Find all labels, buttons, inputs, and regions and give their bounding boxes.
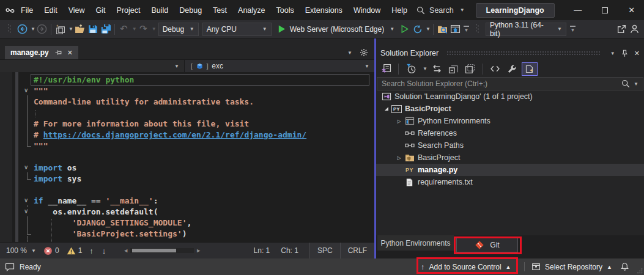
close-tab-icon[interactable]: ✕ xyxy=(67,49,73,57)
zoom-level[interactable]: 100 %▼ xyxy=(6,246,36,255)
solution-explorer-header[interactable]: Solution Explorer ▼ ✕ xyxy=(376,46,644,61)
window-position-chevron-icon[interactable]: ▼ xyxy=(610,51,615,56)
menu-file[interactable]: File xyxy=(15,3,39,18)
code-editor[interactable]: #!/usr/bin/env python"""∨Command-line ut… xyxy=(0,72,374,242)
menu-help[interactable]: Help xyxy=(386,3,413,18)
menu-test[interactable]: Test xyxy=(207,3,232,18)
code-line[interactable]: #!/usr/bin/env python xyxy=(34,75,134,86)
nav-type-dropdown[interactable]: ▼ xyxy=(0,60,185,72)
menu-git[interactable]: Git xyxy=(91,3,111,18)
collapse-region-icon[interactable]: ∨ xyxy=(24,197,31,204)
python-environment-combo[interactable]: Python 3.11 (64-bit)▼ xyxy=(486,23,566,36)
pending-changes-filter-button[interactable] xyxy=(404,62,418,76)
toolbar-overflow-button[interactable]: ▼ xyxy=(464,26,469,33)
gear-icon[interactable] xyxy=(360,48,368,57)
redo-button[interactable]: ↷ xyxy=(137,22,150,37)
collapse-arrow-icon[interactable] xyxy=(381,107,391,111)
code-line[interactable]: import os xyxy=(34,163,76,174)
chevron-down-icon[interactable]: ▼ xyxy=(152,26,157,32)
undo-button[interactable]: ↶ xyxy=(117,22,130,37)
tree-item-python-environments[interactable]: ▷Python Environments xyxy=(376,115,644,127)
code-line[interactable]: 'BasicProject.settings') xyxy=(34,229,187,240)
menu-debug[interactable]: Debug xyxy=(174,3,207,18)
scrollbar-thumb[interactable] xyxy=(132,249,176,252)
tree-item-references[interactable]: References xyxy=(376,127,644,139)
preview-selected-items-button[interactable] xyxy=(522,62,538,76)
next-issue-button[interactable]: ↓ xyxy=(102,246,106,255)
collapse-all-button[interactable] xyxy=(447,62,461,76)
code-line[interactable]: 'DJANGO_SETTINGS_MODULE', xyxy=(34,218,191,229)
tree-item-search-paths[interactable]: Search Paths xyxy=(376,139,644,152)
feedback-bubble-icon[interactable] xyxy=(5,262,15,272)
breakpoint-margin[interactable] xyxy=(0,72,12,242)
solution-explorer-search[interactable]: Search Solution Explorer (Ctrl+;) ▼ xyxy=(377,77,643,90)
tab-python-environments[interactable]: Python Environments xyxy=(377,235,454,251)
search-control[interactable]: Search ▼ xyxy=(413,4,468,16)
collapse-region-icon[interactable]: ∨ xyxy=(24,164,31,170)
chevron-down-icon[interactable]: ▼ xyxy=(68,26,73,32)
resize-grip[interactable] xyxy=(635,266,643,274)
properties-button[interactable] xyxy=(505,62,519,76)
tree-item-manage-py[interactable]: PYmanage.py xyxy=(376,164,644,176)
menu-window[interactable]: Window xyxy=(348,3,386,18)
save-all-button[interactable] xyxy=(99,22,112,37)
show-all-files-button[interactable] xyxy=(464,62,477,76)
close-panel-icon[interactable]: ✕ xyxy=(634,50,640,57)
tab-manage-py[interactable]: manage.py ✕ xyxy=(5,46,78,59)
find-in-files-button[interactable] xyxy=(436,22,449,37)
tree-item-basicproject[interactable]: PYBasicProject xyxy=(376,103,644,115)
code-line[interactable]: if __name__ == '__main__': xyxy=(34,196,158,207)
code-line[interactable]: try: xyxy=(34,240,72,242)
code-line[interactable]: # https://docs.djangoproject.com/en/2.1/… xyxy=(34,130,306,141)
configuration-combo[interactable]: Debug▼ xyxy=(158,23,199,36)
search-icon[interactable] xyxy=(621,79,630,88)
add-to-source-control-button[interactable]: ↑ Add to Source Control ▲ xyxy=(421,258,511,275)
navigate-forward-button[interactable] xyxy=(35,22,48,37)
toolbar-grip[interactable] xyxy=(471,22,484,37)
expand-arrow-icon[interactable]: ▷ xyxy=(394,155,404,161)
menu-build[interactable]: Build xyxy=(146,3,174,18)
new-project-button[interactable] xyxy=(54,22,67,37)
nav-member-dropdown[interactable]: [] exc ▼ xyxy=(185,60,374,72)
feedback-button[interactable] xyxy=(628,22,641,37)
code-line[interactable]: # For more information about this file, … xyxy=(34,119,249,130)
tree-item-solution-learningdjango-1-of-1-project-[interactable]: Solution 'LearningDjango' (1 of 1 projec… xyxy=(376,90,644,103)
menu-analyze[interactable]: Analyze xyxy=(232,3,270,18)
menu-edit[interactable]: Edit xyxy=(39,3,63,18)
code-line[interactable]: """ xyxy=(34,86,48,97)
close-button[interactable]: ✕ xyxy=(618,0,644,20)
maximize-button[interactable] xyxy=(591,0,618,20)
indent-mode-indicator[interactable]: SPC xyxy=(309,243,340,258)
tree-item-basicproject[interactable]: ▷BasicProject xyxy=(376,152,644,164)
refresh-button[interactable] xyxy=(411,22,424,37)
pin-icon[interactable] xyxy=(621,50,629,57)
menu-view[interactable]: View xyxy=(63,3,91,18)
horizontal-scrollbar[interactable]: ◄► xyxy=(123,248,201,254)
menu-tools[interactable]: Tools xyxy=(271,3,300,18)
pin-icon[interactable] xyxy=(54,49,62,56)
select-repository-button[interactable]: Select Repository ▲ xyxy=(531,258,612,275)
toolbar-overflow-button[interactable]: ▼ xyxy=(570,26,576,33)
previous-issue-button[interactable]: ↑ xyxy=(89,246,94,255)
web-browser-button[interactable] xyxy=(449,22,462,37)
view-code-button[interactable] xyxy=(489,62,502,76)
sync-with-active-document-button[interactable] xyxy=(431,62,444,76)
warning-count[interactable]: 1 xyxy=(67,246,83,255)
line-indicator[interactable]: Ln: 1 xyxy=(254,246,270,255)
collapse-region-icon[interactable]: ∨ xyxy=(24,87,31,94)
solution-name-box[interactable]: LearningDjango xyxy=(476,3,555,18)
minimize-button[interactable]: — xyxy=(564,0,591,20)
tree-item-requirements-txt[interactable]: requirements.txt xyxy=(376,176,644,188)
platform-combo[interactable]: Any CPU▼ xyxy=(202,23,272,36)
code-line[interactable]: """ xyxy=(34,141,48,152)
live-share-button[interactable] xyxy=(615,22,628,37)
chevron-down-icon[interactable]: ▼ xyxy=(31,26,35,32)
toolbar-grip[interactable] xyxy=(3,22,16,37)
switch-views-button[interactable] xyxy=(379,62,393,76)
column-indicator[interactable]: Ch: 1 xyxy=(281,246,298,255)
error-count[interactable]: 0 xyxy=(43,246,59,255)
line-ending-indicator[interactable]: CRLF xyxy=(340,243,374,258)
menu-project[interactable]: Project xyxy=(111,3,146,18)
save-button[interactable] xyxy=(86,22,99,37)
menu-extensions[interactable]: Extensions xyxy=(300,3,348,18)
